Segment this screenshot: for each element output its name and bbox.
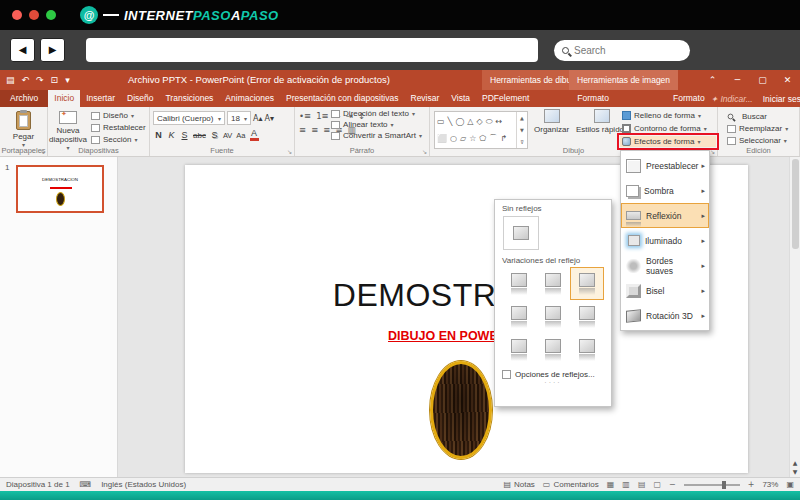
reflection-variant[interactable] (502, 267, 536, 300)
shape-icon[interactable]: ╲ (448, 118, 453, 126)
context-header-picture-tools[interactable]: Herramientas de imagen (569, 70, 678, 90)
back-button[interactable]: ◀ (10, 38, 35, 62)
tab-formato-dibujo[interactable]: Formato (571, 90, 615, 107)
address-bar[interactable] (86, 38, 538, 62)
search-box[interactable]: Search (554, 40, 690, 61)
dialog-launcher-icon[interactable]: ↘ (287, 148, 292, 155)
tab-animaciones[interactable]: Animaciones (219, 90, 280, 107)
align-left-icon[interactable]: ≡ (299, 125, 306, 135)
shape-icon[interactable]: ⬭ (486, 118, 493, 126)
smartart-button[interactable]: Convertir a SmartArt▾ (328, 131, 425, 140)
vertical-scrollbar[interactable]: ▲ ▼ (789, 157, 800, 477)
reflection-options-button[interactable]: Opciones de reflejos... (495, 366, 611, 380)
shape-icon[interactable]: ↔ (496, 118, 503, 126)
fit-to-window-icon[interactable]: ▣ (786, 480, 794, 489)
reflection-variant[interactable] (536, 333, 570, 366)
zoom-percentage[interactable]: 73% (762, 480, 778, 489)
no-reflection-option[interactable] (503, 216, 539, 250)
reflection-variant-selected[interactable] (570, 267, 604, 300)
shape-icon[interactable]: ◯ (455, 118, 464, 126)
zoom-in-icon[interactable]: + (748, 480, 755, 489)
minimize-icon[interactable]: ─ (725, 70, 750, 90)
italic-button[interactable]: K (167, 130, 176, 140)
shape-icon[interactable]: ○ (450, 135, 457, 143)
text-direction-button[interactable]: Dirección del texto▾ (328, 109, 425, 118)
font-family-combo[interactable]: Calibri (Cuerpo)▾ (153, 111, 225, 125)
menu-item-preestablecer[interactable]: Preestablecer▸ (621, 153, 709, 178)
slide-subtitle-text[interactable]: DIBUJO EN POWERPOINT (185, 329, 748, 343)
next-slide-icon[interactable]: ▼ (793, 468, 798, 475)
shape-icon[interactable]: ⬠ (479, 135, 486, 143)
change-case-button[interactable]: Aa (236, 131, 245, 140)
slideshow-icon[interactable]: ⊡ (51, 75, 59, 85)
maximize-dot-icon[interactable] (46, 10, 56, 20)
bold-button[interactable]: N (154, 130, 163, 140)
reflection-variant[interactable] (536, 267, 570, 300)
select-button[interactable]: Seleccionar▾ (724, 136, 795, 145)
shape-icon[interactable]: △ (467, 118, 473, 126)
reflection-variant[interactable] (536, 300, 570, 333)
ribbon-options-icon[interactable]: ⌃ (700, 70, 725, 90)
notes-button[interactable]: ▤Notas (503, 480, 534, 489)
reflection-variant[interactable] (502, 333, 536, 366)
menu-item-sombra[interactable]: Sombra▸ (621, 178, 709, 203)
menu-item-bisel[interactable]: Bisel▸ (621, 278, 709, 303)
reading-view-icon[interactable]: ▤ (638, 480, 646, 489)
layout-button[interactable]: Diseño▾ (88, 111, 149, 120)
tab-diseno[interactable]: Diseño (121, 90, 159, 107)
find-button[interactable]: Buscar (724, 112, 795, 121)
menu-item-bordes-suaves[interactable]: Bordes suaves▸ (621, 253, 709, 278)
arrange-button[interactable]: Organizar (534, 109, 569, 134)
tab-transiciones[interactable]: Transiciones (159, 90, 219, 107)
shape-fill-button[interactable]: Relleno de forma▾ (620, 110, 716, 121)
reflection-variant[interactable] (570, 300, 604, 333)
tab-revisar[interactable]: Revisar (405, 90, 446, 107)
section-button[interactable]: Sección▾ (88, 135, 149, 144)
shape-icon[interactable]: ▱ (460, 135, 466, 143)
grow-font-button[interactable]: A▴ (253, 114, 263, 123)
shape-icon[interactable]: ⌒ (489, 135, 497, 143)
reset-button[interactable]: Restablecer (88, 123, 149, 132)
save-icon[interactable]: ▤ (6, 75, 15, 85)
previous-slide-icon[interactable]: ▲ (793, 459, 798, 466)
normal-view-icon[interactable]: ▦ (607, 480, 615, 489)
strikethrough-button[interactable]: abc (193, 131, 206, 140)
char-spacing-button[interactable]: AV (223, 131, 232, 140)
reflection-variant[interactable] (570, 333, 604, 366)
shape-icon[interactable]: ↱ (500, 135, 507, 143)
font-size-combo[interactable]: 18▾ (227, 111, 251, 125)
gallery-down-icon[interactable]: ▼ (517, 124, 527, 136)
qat-customize-icon[interactable]: ▾ (65, 75, 70, 85)
zoom-handle[interactable] (722, 481, 726, 489)
tab-pdfelement[interactable]: PDFelement (476, 90, 535, 107)
tab-presentacion[interactable]: Presentación con diapositivas (280, 90, 404, 107)
gallery-up-icon[interactable]: ▲ (517, 112, 527, 124)
sorter-view-icon[interactable]: ▥ (622, 480, 630, 489)
reflection-variant[interactable] (502, 300, 536, 333)
forward-button[interactable]: ▶ (40, 38, 65, 62)
align-text-button[interactable]: Alinear texto▾ (328, 120, 425, 129)
redo-icon[interactable]: ↷ (36, 75, 44, 85)
tab-inicio[interactable]: Inicio (48, 90, 80, 107)
menu-item-reflexion[interactable]: Reflexión▸ (621, 203, 709, 228)
dialog-launcher-icon[interactable]: ↘ (40, 148, 45, 155)
slide-thumbnail[interactable]: DEMOSTRACION (16, 165, 104, 213)
tab-vista[interactable]: Vista (445, 90, 476, 107)
language-status[interactable]: Inglés (Estados Unidos) (101, 480, 186, 489)
scrollbar-thumb[interactable] (792, 159, 799, 249)
close-icon[interactable]: ✕ (775, 70, 800, 90)
dialog-launcher-icon[interactable]: ↘ (710, 148, 715, 155)
shape-icon[interactable]: ⬜ (437, 135, 447, 143)
numbering-icon[interactable]: 1≡ (316, 111, 329, 121)
slideshow-view-icon[interactable]: ▢ (653, 480, 661, 489)
tab-formato-imagen[interactable]: Formato (667, 90, 711, 107)
bullets-icon[interactable]: •≡ (299, 111, 311, 121)
restore-icon[interactable]: ▢ (750, 70, 775, 90)
wood-oval-shape[interactable] (430, 361, 492, 459)
zoom-out-icon[interactable]: − (669, 480, 676, 489)
minimize-dot-icon[interactable] (29, 10, 39, 20)
undo-icon[interactable]: ↶ (22, 75, 30, 85)
shape-icon[interactable]: ▭ (437, 118, 445, 126)
underline-button[interactable]: S (180, 130, 189, 140)
menu-item-iluminado[interactable]: Iluminado▸ (621, 228, 709, 253)
